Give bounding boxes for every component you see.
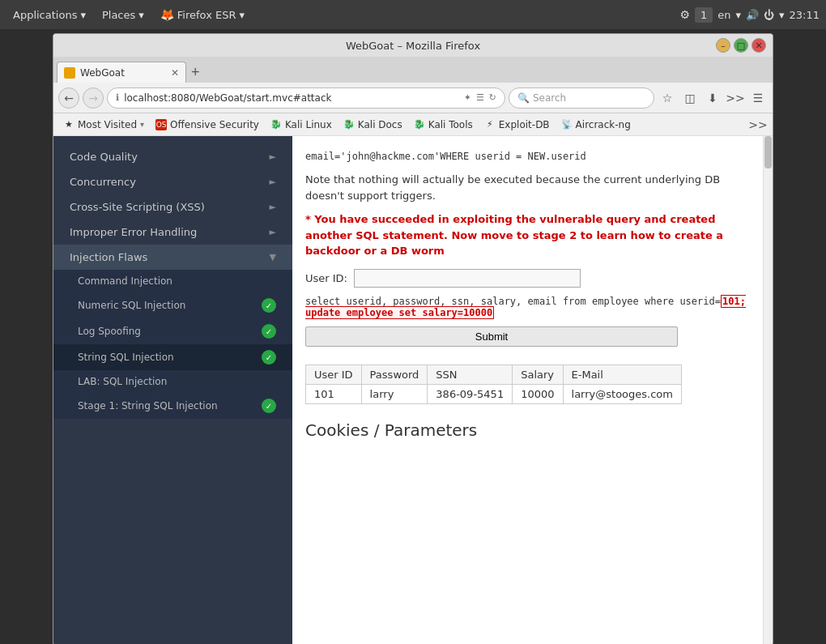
tab-close-icon[interactable]: ✕ <box>171 67 179 79</box>
applications-arrow-icon: ▾ <box>80 9 86 21</box>
download-icon[interactable]: ⬇ <box>703 88 722 108</box>
maximize-button[interactable]: □ <box>734 38 748 53</box>
lang-arrow-icon: ▾ <box>735 9 741 21</box>
nav-bar: ← → ℹ localhost:8080/WebGoat/start.mvc#a… <box>53 83 773 113</box>
scroll-thumb[interactable] <box>764 136 772 168</box>
user-id-label: User ID: <box>305 272 347 284</box>
sidebar-item-xss-label: Cross-Site Scripting (XSS) <box>70 201 205 213</box>
sidebar-sub-item-numeric-sql[interactable]: Numeric SQL Injection ✓ <box>53 292 292 318</box>
hamburger-menu[interactable]: ☰ <box>748 88 768 108</box>
aircrack-icon: 📡 <box>561 119 573 130</box>
main-area: Code Quality ► Concurrency ► Cross-Site … <box>53 136 773 644</box>
sidebar-item-concurrency-label: Concurrency <box>70 176 136 188</box>
success-message: * You have succeeded in exploiting the v… <box>305 211 750 259</box>
sidebar-sub-item-log-spoofing[interactable]: Log Spoofing ✓ <box>53 318 292 344</box>
bookmark-star-icon[interactable]: ☆ <box>658 88 677 108</box>
sidebar-item-code-quality[interactable]: Code Quality ► <box>53 144 292 169</box>
kali-tools-label: Kali Tools <box>428 119 473 130</box>
most-visited-label: Most Visited <box>78 119 137 130</box>
search-bar[interactable]: 🔍 Search <box>509 87 654 109</box>
firefox-menu[interactable]: 🦊 Firefox ESR ▾ <box>154 5 251 24</box>
places-menu[interactable]: Places ▾ <box>96 6 151 24</box>
bookmarks-bar: ★ Most Visited ▾ OS Offensive Security 🐉… <box>53 113 773 136</box>
sidebar-item-code-quality-label: Code Quality <box>70 151 138 163</box>
network-icon: ⚙ <box>679 8 690 21</box>
numeric-sql-label: Numeric SQL Injection <box>78 300 185 311</box>
sidebar-item-error-handling-arrow: ► <box>270 227 276 237</box>
exploit-db-icon: ⚡ <box>484 119 496 130</box>
results-table: User ID Password SSN Salary E-Mail 101la… <box>305 365 682 404</box>
applications-menu[interactable]: Applications ▾ <box>6 6 92 24</box>
email-update-text: email='john@hackme.com'WHERE userid = NE… <box>305 149 750 164</box>
user-id-input[interactable] <box>354 269 581 288</box>
url-refresh-icon[interactable]: ↻ <box>489 92 496 103</box>
bookmarks-overflow[interactable]: >> <box>748 115 768 134</box>
sidebar-sub-item-lab-sql[interactable]: LAB: SQL Injection <box>53 370 292 393</box>
sidebar-item-concurrency[interactable]: Concurrency ► <box>53 169 292 194</box>
url-bookmark-icon[interactable]: ✦ <box>464 92 471 103</box>
bookmark-offensive-security[interactable]: OS Offensive Security <box>151 117 264 132</box>
sidebar-sub-item-stage1-sql[interactable]: Stage 1: String SQL Injection ✓ <box>53 393 292 419</box>
sidebar: Code Quality ► Concurrency ► Cross-Site … <box>53 136 292 644</box>
browser-window: WebGoat – Mozilla Firefox – □ ✕ WebGoat … <box>53 33 773 644</box>
bookmark-exploit-db[interactable]: ⚡ Exploit-DB <box>479 117 555 132</box>
system-bar: Applications ▾ Places ▾ 🦊 Firefox ESR ▾ … <box>0 0 826 29</box>
url-bar[interactable]: ℹ localhost:8080/WebGoat/start.mvc#attac… <box>107 87 505 109</box>
power-icon: ⏻ <box>764 9 774 21</box>
volume-icon: 🔊 <box>746 9 759 21</box>
minimize-button[interactable]: – <box>716 38 730 53</box>
firefox-label: Firefox ESR <box>177 9 236 21</box>
bookmark-aircrack[interactable]: 📡 Aircrack-ng <box>556 117 636 132</box>
sidebar-item-injection-flaws-arrow: ▼ <box>270 252 276 262</box>
tab-label: WebGoat <box>80 67 125 79</box>
browser-title: WebGoat – Mozilla Firefox <box>346 40 480 52</box>
back-button[interactable]: ← <box>58 87 79 109</box>
query-display: select userid, password, ssn, salary, em… <box>305 296 750 318</box>
table-cell: 386-09-5451 <box>428 384 513 403</box>
sidebar-item-xss-arrow: ► <box>270 202 276 212</box>
kali-linux-icon: 🐉 <box>270 119 282 130</box>
col-header-email: E-Mail <box>563 365 681 384</box>
window-controls: – □ ✕ <box>716 38 766 53</box>
bookmark-kali-tools[interactable]: 🐉 Kali Tools <box>409 117 478 132</box>
sidebar-item-error-handling[interactable]: Improper Error Handling ► <box>53 220 292 245</box>
lang-label: en <box>717 9 730 21</box>
applications-label: Applications <box>13 9 77 21</box>
new-tab-button[interactable]: + <box>188 62 203 83</box>
sidebar-section: Code Quality ► Concurrency ► Cross-Site … <box>53 136 292 427</box>
system-bar-right: ⚙ 1 en ▾ 🔊 ⏻ ▾ 23:11 <box>679 7 820 23</box>
col-header-salary: Salary <box>513 365 563 384</box>
offensive-security-icon: OS <box>155 119 167 130</box>
url-reader-icon[interactable]: ☰ <box>476 92 484 103</box>
firefox-arrow-icon: ▾ <box>239 9 245 21</box>
bookmark-kali-linux[interactable]: 🐉 Kali Linux <box>266 117 337 132</box>
cookies-section-title: Cookies / Parameters <box>305 420 750 440</box>
sidebar-item-concurrency-arrow: ► <box>270 177 276 187</box>
bookmark-most-visited[interactable]: ★ Most Visited ▾ <box>58 117 149 132</box>
sidebar-sub-item-string-sql[interactable]: String SQL Injection ✓ <box>53 344 292 370</box>
scroll-track[interactable] <box>763 136 773 644</box>
sidebar-item-xss[interactable]: Cross-Site Scripting (XSS) ► <box>53 194 292 220</box>
sidebar-item-injection-flaws-label: Injection Flaws <box>70 251 147 263</box>
kali-linux-label: Kali Linux <box>285 119 332 130</box>
aircrack-label: Aircrack-ng <box>576 119 631 130</box>
submit-button[interactable]: Submit <box>305 326 678 347</box>
places-arrow-icon: ▾ <box>138 9 144 21</box>
pocket-icon[interactable]: ◫ <box>680 88 700 108</box>
sidebar-sub-item-command-injection[interactable]: Command Injection <box>53 270 292 292</box>
col-header-password: Password <box>361 365 428 384</box>
workspace-badge[interactable]: 1 <box>695 7 713 23</box>
submit-row: Submit <box>305 326 750 356</box>
bookmark-kali-docs[interactable]: 🐉 Kali Docs <box>338 117 407 132</box>
command-injection-label: Command Injection <box>78 275 172 287</box>
most-visited-icon: ★ <box>63 119 75 130</box>
close-button[interactable]: ✕ <box>751 38 766 53</box>
firefox-icon: 🦊 <box>160 8 174 21</box>
table-row: 101larry386-09-545110000larry@stooges.co… <box>306 384 682 403</box>
browser-tab-webgoat[interactable]: WebGoat ✕ <box>57 62 186 83</box>
offensive-security-label: Offensive Security <box>170 119 259 130</box>
sidebar-item-injection-flaws[interactable]: Injection Flaws ▼ <box>53 245 292 270</box>
more-tools-icon[interactable]: >> <box>726 88 745 108</box>
forward-button[interactable]: → <box>83 87 104 109</box>
content-area: email='john@hackme.com'WHERE userid = NE… <box>292 136 763 644</box>
